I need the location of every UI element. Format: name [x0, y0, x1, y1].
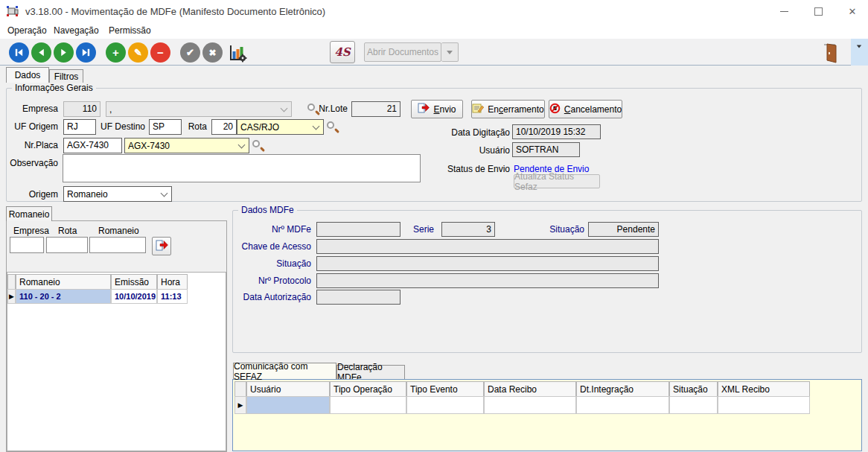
rota-combo[interactable]: CAS/RJO: [237, 119, 324, 135]
close-button[interactable]: ✕: [837, 0, 868, 22]
sefaz-grid-header-tipo-evento[interactable]: Tipo Evento: [406, 381, 484, 397]
menu-operacao[interactable]: Operação: [3, 22, 51, 39]
row-indicator-icon: ▶: [238, 402, 243, 409]
nav-last-button[interactable]: [76, 42, 96, 63]
uf-origem-field[interactable]: RJ: [63, 119, 96, 135]
last-record-icon: [80, 47, 92, 58]
nr-placa-combo[interactable]: AGX-7430: [124, 138, 249, 153]
minimize-button[interactable]: [768, 0, 800, 22]
data-digitacao-label: Data Digitação: [432, 127, 510, 138]
maximize-button[interactable]: [802, 0, 834, 22]
import-arrow-icon: [156, 240, 168, 253]
tab-comunicacao-sefaz[interactable]: Comunicação com SEFAZ: [233, 363, 336, 379]
add-record-button[interactable]: +: [106, 42, 126, 63]
sefaz-cell-tipo-operacao[interactable]: [330, 396, 406, 414]
uf-destino-label: UF Destino: [99, 121, 145, 132]
romaneio-cell-romaneio[interactable]: 110 - 20 - 2: [16, 289, 111, 304]
placa-search-icon[interactable]: [252, 139, 265, 153]
exit-door-icon: [820, 55, 840, 66]
exit-button[interactable]: [820, 42, 840, 66]
tab-declaracao-mdfe[interactable]: Declaração MDFe: [336, 365, 405, 379]
empresa-name-value: ,: [109, 104, 278, 115]
envio-button[interactable]: Envio: [411, 100, 463, 118]
sefaz-grid-header-tipo-operacao[interactable]: Tipo Operação: [330, 381, 406, 397]
dados-mdfe-title: Dados MDFe: [238, 205, 297, 215]
toolbar-overflow-button[interactable]: [851, 39, 868, 66]
row-indicator-icon: ▶: [9, 293, 14, 300]
title-bar: v3.18.00 - Movimentação de MDFe (Manifes…: [0, 0, 868, 22]
nav-next-button[interactable]: [54, 42, 74, 63]
tab-romaneio[interactable]: Romaneio: [6, 206, 52, 221]
atualiza-status-sefaz-button[interactable]: Atualiza Status Sefaz: [514, 174, 600, 188]
minus-icon: −: [157, 47, 164, 58]
status-envio-label: Status de Envio: [432, 164, 510, 174]
sefaz-cell-tipo-evento[interactable]: [406, 396, 484, 414]
nr-mdfe-label: Nrº MDFe: [229, 224, 311, 235]
romaneio-rota-field[interactable]: [46, 237, 88, 253]
romaneio-import-button[interactable]: [152, 237, 171, 255]
first-record-icon: [13, 47, 25, 58]
sefaz-cell-xml-recibo[interactable]: [718, 396, 810, 414]
sefaz-cell-dt-integracao[interactable]: [576, 396, 669, 414]
nav-prev-button[interactable]: [31, 42, 51, 63]
menu-navegacao[interactable]: Navegação: [49, 22, 103, 39]
rota-label: Rota: [167, 121, 207, 132]
cancelamento-prohibited-icon: [549, 103, 561, 116]
menu-permissao[interactable]: Permissão: [104, 22, 156, 39]
atualiza-status-label: Atualiza Status Sefaz: [514, 171, 599, 192]
sefaz-cell-data-recibo[interactable]: [484, 396, 576, 414]
sefaz-cell-usuario[interactable]: [246, 396, 330, 414]
nr-placa-combo-value: AGX-7430: [128, 141, 236, 151]
serie-field: 3: [441, 222, 495, 237]
abrir-documentos-button[interactable]: Abrir Documentos: [364, 42, 441, 62]
rota-code-field[interactable]: 20: [211, 119, 237, 135]
x-icon: ✖: [208, 48, 216, 57]
empresa-code-field[interactable]: 110: [63, 101, 100, 117]
tab-comunicacao-sefaz-label: Comunicação com SEFAZ: [234, 361, 336, 382]
rota-search-icon[interactable]: [326, 121, 339, 134]
sefaz-row-indicator: ▶: [234, 396, 246, 414]
sefaz-grid-header-situacao[interactable]: Situação: [669, 381, 718, 397]
sefaz-grid-header-dt-integracao[interactable]: Dt.Integração: [576, 381, 669, 397]
cancelamento-label: Cancelamento: [564, 104, 622, 115]
confirm-button[interactable]: ✔: [180, 42, 200, 63]
tab-filtros[interactable]: Filtros: [49, 69, 83, 83]
romaneio-grid-header-hora[interactable]: Hora: [157, 274, 188, 290]
nr-lote-field[interactable]: 21: [351, 101, 401, 117]
romaneio-romaneio-label: Romaneio: [98, 226, 139, 236]
abrir-documentos-dropdown[interactable]: [441, 42, 459, 62]
sefaz-grid-header-xml-recibo[interactable]: XML Recibo: [718, 381, 810, 397]
report-chart-button[interactable]: [228, 43, 247, 65]
origem-combo[interactable]: Romaneio: [63, 186, 172, 202]
observacao-textarea[interactable]: [63, 154, 421, 182]
sefaz-grid-header-usuario[interactable]: Usuário: [246, 381, 330, 397]
edit-record-button[interactable]: ✎: [128, 42, 148, 63]
tab-dados[interactable]: Dados: [6, 67, 49, 83]
encerramento-button[interactable]: Encerramento: [471, 100, 545, 118]
window-title: v3.18.00 - Movimentação de MDFe (Manifes…: [25, 6, 325, 17]
nr-placa-label: Nr.Placa: [6, 140, 58, 150]
romaneio-grid-header-romaneio[interactable]: Romaneio: [16, 274, 111, 290]
romaneio-cell-hora[interactable]: 11:13: [157, 289, 188, 304]
empresa-name-combo[interactable]: ,: [106, 101, 292, 117]
nr-placa-field[interactable]: AGX-7430: [63, 138, 122, 153]
bar-chart-gear-icon: [228, 54, 247, 65]
situacao2-field: [316, 256, 659, 271]
romaneio-empresa-field[interactable]: [10, 237, 44, 253]
romaneio-grid-header-emissao[interactable]: Emissão: [111, 274, 157, 290]
softran-logo-button[interactable]: 4S: [330, 41, 355, 63]
romaneio-cell-emissao[interactable]: 10/10/2019: [111, 289, 157, 304]
nav-first-button[interactable]: [9, 42, 29, 63]
tab-romaneio-label: Romaneio: [9, 209, 50, 220]
chevron-down-icon: [161, 189, 168, 197]
romaneio-romaneio-field[interactable]: [89, 237, 146, 253]
plus-icon: +: [112, 47, 119, 58]
usuario-field: SOFTRAN: [512, 142, 580, 157]
cancel-edit-button[interactable]: ✖: [202, 42, 223, 63]
close-icon: ✕: [849, 6, 857, 17]
sefaz-cell-situacao[interactable]: [669, 396, 718, 414]
encerramento-label: Encerramento: [488, 104, 543, 115]
cancelamento-button[interactable]: Cancelamento: [549, 100, 622, 118]
sefaz-grid-header-data-recibo[interactable]: Data Recibo: [484, 381, 576, 397]
delete-record-button[interactable]: −: [150, 42, 170, 63]
